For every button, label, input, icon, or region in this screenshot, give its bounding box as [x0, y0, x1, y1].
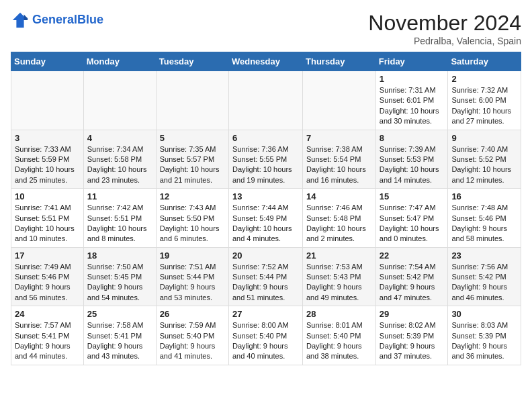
day-info: Sunrise: 7:46 AMSunset: 5:48 PMDaylight:…: [306, 203, 372, 244]
title-block: November 2024 Pedralba, Valencia, Spain: [368, 11, 521, 46]
day-number: 1: [380, 74, 445, 84]
calendar-cell: 4Sunrise: 7:34 AMSunset: 5:58 PMDaylight…: [83, 130, 156, 189]
calendar-cell: 12Sunrise: 7:43 AMSunset: 5:50 PMDayligh…: [156, 189, 228, 248]
day-info: Sunrise: 8:03 AMSunset: 5:39 PMDaylight:…: [451, 320, 517, 362]
calendar-cell: [156, 71, 228, 130]
day-info: Sunrise: 7:57 AMSunset: 5:41 PMDaylight:…: [15, 320, 80, 362]
calendar-cell: 7Sunrise: 7:38 AMSunset: 5:54 PMDaylight…: [303, 130, 376, 189]
day-info: Sunrise: 7:53 AMSunset: 5:43 PMDaylight:…: [306, 262, 372, 304]
weekday-header-row: SundayMondayTuesdayWednesdayThursdayFrid…: [11, 52, 521, 71]
weekday-header: Tuesday: [156, 52, 228, 71]
day-info: Sunrise: 7:36 AMSunset: 5:55 PMDaylight:…: [232, 144, 299, 186]
day-info: Sunrise: 7:54 AMSunset: 5:42 PMDaylight:…: [380, 262, 445, 304]
day-number: 25: [87, 309, 152, 319]
day-number: 12: [160, 191, 225, 201]
day-number: 14: [306, 191, 372, 201]
calendar-cell: [11, 71, 84, 130]
day-info: Sunrise: 7:42 AMSunset: 5:51 PMDaylight:…: [87, 203, 152, 244]
day-number: 13: [232, 191, 299, 201]
day-info: Sunrise: 8:00 AMSunset: 5:40 PMDaylight:…: [232, 320, 299, 362]
day-info: Sunrise: 7:48 AMSunset: 5:46 PMDaylight:…: [451, 203, 517, 244]
day-info: Sunrise: 7:39 AMSunset: 5:53 PMDaylight:…: [380, 144, 445, 186]
day-number: 26: [160, 309, 225, 319]
calendar-week-row: 24Sunrise: 7:57 AMSunset: 5:41 PMDayligh…: [11, 306, 521, 365]
location: Pedralba, Valencia, Spain: [368, 36, 521, 46]
day-info: Sunrise: 7:35 AMSunset: 5:57 PMDaylight:…: [160, 144, 225, 186]
calendar-cell: [228, 71, 302, 130]
calendar-cell: 19Sunrise: 7:51 AMSunset: 5:44 PMDayligh…: [156, 247, 228, 306]
day-info: Sunrise: 8:01 AMSunset: 5:40 PMDaylight:…: [306, 320, 372, 362]
day-number: 16: [451, 191, 517, 201]
day-info: Sunrise: 7:32 AMSunset: 6:00 PMDaylight:…: [451, 85, 517, 127]
calendar-cell: 26Sunrise: 7:59 AMSunset: 5:40 PMDayligh…: [156, 306, 228, 365]
calendar-cell: 24Sunrise: 7:57 AMSunset: 5:41 PMDayligh…: [11, 306, 84, 365]
weekday-header: Thursday: [303, 52, 376, 71]
day-number: 24: [15, 309, 80, 319]
day-info: Sunrise: 7:43 AMSunset: 5:50 PMDaylight:…: [160, 203, 225, 244]
day-number: 15: [380, 191, 445, 201]
calendar-week-row: 17Sunrise: 7:49 AMSunset: 5:46 PMDayligh…: [11, 247, 521, 306]
day-number: 9: [451, 133, 517, 143]
logo-icon: [11, 11, 30, 30]
day-info: Sunrise: 7:33 AMSunset: 5:59 PMDaylight:…: [15, 144, 80, 186]
weekday-header: Friday: [375, 52, 448, 71]
calendar-cell: 30Sunrise: 8:03 AMSunset: 5:39 PMDayligh…: [448, 306, 521, 365]
calendar-cell: 1Sunrise: 7:31 AMSunset: 6:01 PMDaylight…: [375, 71, 448, 130]
day-number: 27: [232, 309, 299, 319]
calendar-cell: 6Sunrise: 7:36 AMSunset: 5:55 PMDaylight…: [228, 130, 302, 189]
weekday-header: Sunday: [11, 52, 84, 71]
day-number: 11: [87, 191, 152, 201]
day-info: Sunrise: 7:58 AMSunset: 5:41 PMDaylight:…: [87, 320, 152, 362]
day-info: Sunrise: 7:49 AMSunset: 5:46 PMDaylight:…: [15, 262, 80, 304]
day-number: 4: [87, 133, 152, 143]
calendar-cell: 15Sunrise: 7:47 AMSunset: 5:47 PMDayligh…: [375, 189, 448, 248]
day-info: Sunrise: 7:31 AMSunset: 6:01 PMDaylight:…: [380, 85, 445, 127]
day-info: Sunrise: 7:50 AMSunset: 5:45 PMDaylight:…: [87, 262, 152, 304]
calendar-cell: 13Sunrise: 7:44 AMSunset: 5:49 PMDayligh…: [228, 189, 302, 248]
day-info: Sunrise: 7:40 AMSunset: 5:52 PMDaylight:…: [451, 144, 517, 186]
day-number: 2: [451, 74, 517, 84]
day-info: Sunrise: 7:47 AMSunset: 5:47 PMDaylight:…: [380, 203, 445, 244]
calendar-cell: 8Sunrise: 7:39 AMSunset: 5:53 PMDaylight…: [375, 130, 448, 189]
weekday-header: Wednesday: [228, 52, 302, 71]
calendar-week-row: 3Sunrise: 7:33 AMSunset: 5:59 PMDaylight…: [11, 130, 521, 189]
calendar-cell: 17Sunrise: 7:49 AMSunset: 5:46 PMDayligh…: [11, 247, 84, 306]
day-info: Sunrise: 7:56 AMSunset: 5:42 PMDaylight:…: [451, 262, 517, 304]
calendar-cell: 5Sunrise: 7:35 AMSunset: 5:57 PMDaylight…: [156, 130, 228, 189]
day-number: 6: [232, 133, 299, 143]
day-info: Sunrise: 7:51 AMSunset: 5:44 PMDaylight:…: [160, 262, 225, 304]
month-title: November 2024: [368, 11, 521, 36]
day-info: Sunrise: 7:59 AMSunset: 5:40 PMDaylight:…: [160, 320, 225, 362]
calendar-cell: 23Sunrise: 7:56 AMSunset: 5:42 PMDayligh…: [448, 247, 521, 306]
calendar-cell: 18Sunrise: 7:50 AMSunset: 5:45 PMDayligh…: [83, 247, 156, 306]
calendar-cell: 20Sunrise: 7:52 AMSunset: 5:44 PMDayligh…: [228, 247, 302, 306]
calendar-table: SundayMondayTuesdayWednesdayThursdayFrid…: [11, 52, 521, 365]
page-header: GeneralBlue November 2024 Pedralba, Vale…: [11, 11, 521, 46]
day-info: Sunrise: 7:34 AMSunset: 5:58 PMDaylight:…: [87, 144, 152, 186]
day-info: Sunrise: 7:52 AMSunset: 5:44 PMDaylight:…: [232, 262, 299, 304]
calendar-cell: [303, 71, 376, 130]
day-number: 5: [160, 133, 225, 143]
day-number: 19: [160, 250, 225, 261]
calendar-cell: 3Sunrise: 7:33 AMSunset: 5:59 PMDaylight…: [11, 130, 84, 189]
day-number: 23: [451, 250, 517, 261]
day-info: Sunrise: 8:02 AMSunset: 5:39 PMDaylight:…: [380, 320, 445, 362]
calendar-cell: 10Sunrise: 7:41 AMSunset: 5:51 PMDayligh…: [11, 189, 84, 248]
day-number: 28: [306, 309, 372, 319]
day-number: 17: [15, 250, 80, 261]
day-number: 30: [451, 309, 517, 319]
day-number: 21: [306, 250, 372, 261]
calendar-cell: 25Sunrise: 7:58 AMSunset: 5:41 PMDayligh…: [83, 306, 156, 365]
calendar-cell: 11Sunrise: 7:42 AMSunset: 5:51 PMDayligh…: [83, 189, 156, 248]
calendar-cell: 2Sunrise: 7:32 AMSunset: 6:00 PMDaylight…: [448, 71, 521, 130]
day-number: 29: [380, 309, 445, 319]
calendar-cell: 9Sunrise: 7:40 AMSunset: 5:52 PMDaylight…: [448, 130, 521, 189]
day-number: 22: [380, 250, 445, 261]
weekday-header: Saturday: [448, 52, 521, 71]
day-number: 8: [380, 133, 445, 143]
day-info: Sunrise: 7:38 AMSunset: 5:54 PMDaylight:…: [306, 144, 372, 186]
day-number: 18: [87, 250, 152, 261]
calendar-cell: 22Sunrise: 7:54 AMSunset: 5:42 PMDayligh…: [375, 247, 448, 306]
day-info: Sunrise: 7:44 AMSunset: 5:49 PMDaylight:…: [232, 203, 299, 244]
calendar-cell: [83, 71, 156, 130]
